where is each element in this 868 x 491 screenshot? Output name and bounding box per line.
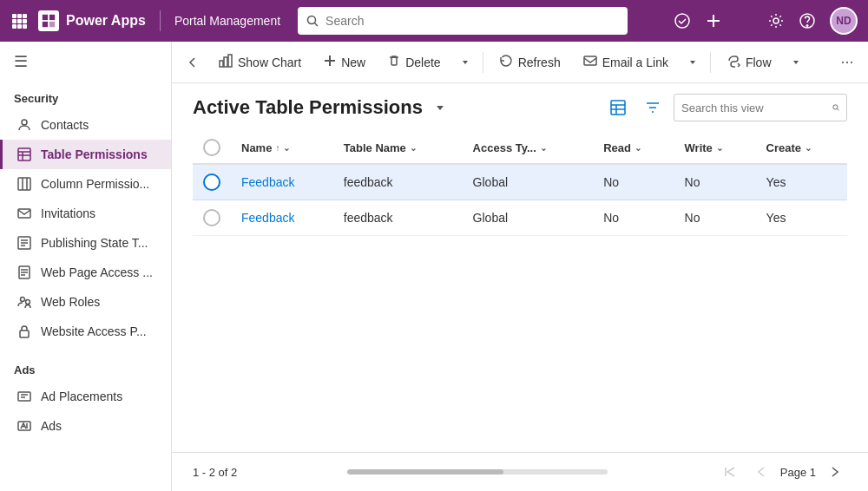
first-page-button[interactable] bbox=[718, 460, 742, 484]
svg-rect-47 bbox=[228, 55, 232, 67]
sidebar-item-web-roles[interactable]: Web Roles bbox=[0, 287, 171, 317]
help-icon[interactable] bbox=[799, 12, 816, 29]
row-1-checkbox[interactable] bbox=[203, 173, 220, 191]
row-2-checkbox[interactable] bbox=[203, 209, 220, 226]
app-name: Power Apps bbox=[66, 13, 146, 29]
sidebar-item-column-permissions[interactable]: Column Permissio... bbox=[0, 169, 171, 199]
permissions-table: Name ↑ ⌄ Table Name ⌄ bbox=[193, 132, 847, 236]
table-name-sort-icon[interactable]: ⌄ bbox=[410, 143, 417, 153]
security-section-label: Security bbox=[0, 82, 171, 110]
table-row[interactable]: Feedback feedback Global No No Yes bbox=[193, 200, 847, 236]
sidebar-item-contacts[interactable]: Contacts bbox=[0, 110, 171, 140]
row-2-read-cell: No bbox=[593, 200, 674, 236]
email-dropdown-button[interactable] bbox=[681, 47, 705, 78]
email-link-button[interactable]: Email a Link bbox=[573, 47, 679, 78]
search-icon bbox=[306, 15, 319, 27]
row-1-name-link[interactable]: Feedback bbox=[241, 175, 294, 189]
svg-rect-2 bbox=[23, 14, 27, 18]
table-row[interactable]: Feedback feedback Global No No Yes bbox=[193, 164, 847, 200]
row-1-write-cell: No bbox=[674, 164, 756, 200]
access-type-sort-icon[interactable]: ⌄ bbox=[540, 143, 547, 153]
svg-point-56 bbox=[833, 105, 838, 109]
plus-icon[interactable] bbox=[705, 12, 722, 29]
access-type-column-header[interactable]: Access Ty... ⌄ bbox=[463, 132, 594, 164]
svg-point-18 bbox=[773, 18, 779, 23]
view-filter-icon-button[interactable] bbox=[639, 94, 667, 121]
view-search-box[interactable] bbox=[674, 94, 847, 121]
sort-dropdown-icon[interactable]: ⌄ bbox=[283, 143, 290, 153]
create-col-label: Create bbox=[766, 141, 801, 154]
flow-icon bbox=[727, 54, 740, 70]
svg-rect-4 bbox=[17, 19, 22, 23]
page-icon bbox=[16, 265, 32, 280]
view-table-icon-button[interactable] bbox=[604, 94, 632, 121]
back-button[interactable] bbox=[179, 49, 207, 76]
content-area: Show Chart New Delete bbox=[172, 42, 868, 491]
refresh-label: Refresh bbox=[518, 56, 561, 69]
write-col-label: Write bbox=[685, 141, 713, 154]
refresh-button[interactable]: Refresh bbox=[489, 47, 571, 78]
prev-page-button[interactable] bbox=[749, 460, 773, 484]
sidebar-item-invitations[interactable]: Invitations bbox=[0, 199, 171, 228]
access-type-col-label: Access Ty... bbox=[473, 141, 536, 154]
create-sort-icon[interactable]: ⌄ bbox=[805, 143, 812, 153]
email-link-label: Email a Link bbox=[602, 56, 668, 69]
svg-rect-49 bbox=[325, 60, 335, 62]
sidebar-item-ad-placements[interactable]: Ad Placements bbox=[0, 382, 171, 411]
delete-dropdown-button[interactable] bbox=[453, 47, 477, 78]
nav-icons: ND bbox=[674, 7, 858, 35]
ads-section-label: Ads bbox=[0, 353, 171, 382]
sidebar-toggle-button[interactable]: ☰ bbox=[0, 42, 171, 82]
delete-button[interactable]: Delete bbox=[378, 47, 450, 78]
row-1-create-cell: Yes bbox=[756, 164, 847, 200]
svg-rect-1 bbox=[17, 14, 22, 18]
row-2-name-link[interactable]: Feedback bbox=[241, 211, 294, 225]
svg-rect-45 bbox=[220, 61, 223, 67]
sidebar-ads-label: Ads bbox=[41, 419, 62, 433]
delete-icon bbox=[388, 55, 400, 69]
table-name-col-label: Table Name bbox=[344, 141, 406, 154]
user-avatar[interactable]: ND bbox=[830, 7, 858, 35]
read-column-header[interactable]: Read ⌄ bbox=[593, 132, 674, 164]
record-count: 1 - 2 of 2 bbox=[193, 466, 237, 479]
more-commands-button[interactable]: ··· bbox=[833, 49, 861, 76]
svg-rect-40 bbox=[20, 331, 29, 337]
global-search-input[interactable] bbox=[326, 14, 619, 28]
flow-button[interactable]: Flow bbox=[716, 47, 782, 78]
svg-rect-12 bbox=[49, 22, 55, 27]
checkbox-column-header bbox=[193, 132, 231, 164]
new-button[interactable]: New bbox=[313, 47, 376, 78]
row-1-access-type-cell: Global bbox=[463, 164, 594, 200]
global-search-box[interactable] bbox=[298, 7, 628, 35]
next-page-button[interactable] bbox=[823, 460, 847, 484]
flow-dropdown-button[interactable] bbox=[784, 47, 808, 78]
sidebar-item-ads[interactable]: Ads bbox=[0, 411, 171, 441]
row-2-checkbox-cell bbox=[193, 200, 231, 236]
sidebar-item-publishing-state[interactable]: Publishing State T... bbox=[0, 228, 171, 258]
circle-check-icon[interactable] bbox=[674, 12, 691, 29]
create-column-header[interactable]: Create ⌄ bbox=[756, 132, 847, 164]
row-2-table-name-cell: feedback bbox=[333, 200, 463, 236]
write-column-header[interactable]: Write ⌄ bbox=[674, 132, 756, 164]
row-2-create-cell: Yes bbox=[756, 200, 847, 236]
sidebar-item-web-page-access[interactable]: Web Page Access ... bbox=[0, 258, 171, 287]
table-name-column-header[interactable]: Table Name ⌄ bbox=[333, 132, 463, 164]
write-sort-icon[interactable]: ⌄ bbox=[716, 143, 723, 153]
filter-icon[interactable] bbox=[736, 12, 753, 29]
sidebar-item-table-permissions[interactable]: Table Permissions bbox=[0, 140, 171, 169]
scrollbar-thumb[interactable] bbox=[347, 469, 503, 475]
sidebar-item-website-access[interactable]: Website Access P... bbox=[0, 317, 171, 346]
horizontal-scrollbar[interactable] bbox=[347, 469, 608, 475]
portal-name: Portal Management bbox=[174, 14, 280, 28]
view-search-input[interactable] bbox=[681, 101, 827, 115]
header-checkbox[interactable] bbox=[203, 139, 220, 156]
name-column-header[interactable]: Name ↑ ⌄ bbox=[231, 132, 333, 164]
read-sort-icon[interactable]: ⌄ bbox=[635, 143, 641, 153]
svg-point-13 bbox=[308, 16, 316, 24]
waffle-menu-button[interactable] bbox=[10, 12, 28, 29]
settings-icon[interactable] bbox=[767, 12, 785, 29]
view-dropdown-button[interactable] bbox=[433, 101, 447, 115]
show-chart-button[interactable]: Show Chart bbox=[208, 47, 312, 78]
view-title: Active Table Permissions bbox=[193, 96, 423, 119]
ads-icon bbox=[16, 418, 32, 434]
